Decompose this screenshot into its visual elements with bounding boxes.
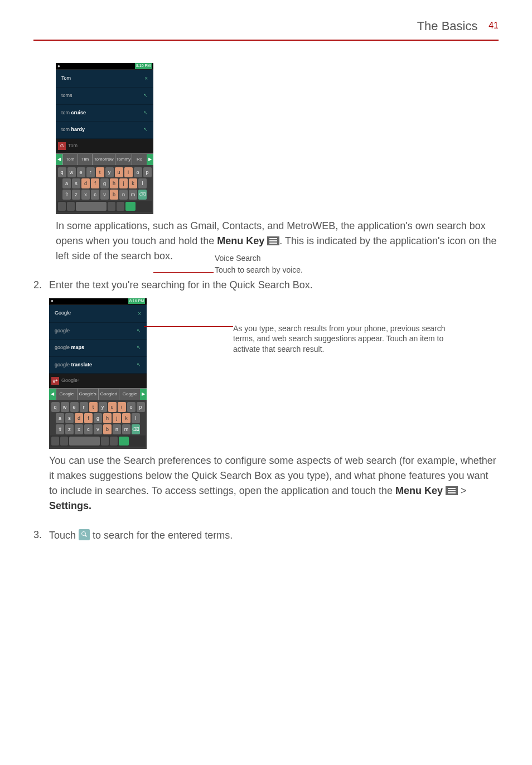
step-text: Enter the text you're searching for in t… <box>49 278 499 293</box>
voice-search-callout: Voice Search Touch to search by voice. <box>215 253 303 276</box>
backspace-key: ⌫ <box>132 424 140 434</box>
menu-key-icon <box>267 236 279 245</box>
status-left-icon: ● <box>51 298 54 304</box>
arrow-icon[interactable]: ↖ <box>143 126 148 134</box>
arrow-icon[interactable]: ↖ <box>143 92 148 100</box>
callout-line <box>153 272 214 273</box>
arrow-icon[interactable]: ↖ <box>137 344 141 352</box>
paragraph: You can use the Search preferences to co… <box>49 453 499 514</box>
suggestion-row[interactable]: google maps↖ <box>49 340 147 357</box>
lang-key[interactable] <box>58 202 66 211</box>
space-key[interactable] <box>76 202 107 211</box>
arrow-icon[interactable]: ↖ <box>137 361 141 369</box>
search-source-icon[interactable]: G <box>58 142 66 150</box>
prediction-bar[interactable]: ◀ Tom Tim Tomorrow Tommy Ro ▶ <box>56 153 153 165</box>
screenshot-google: ● 8:16 PM Google× google↖ google maps↖ g… <box>49 298 147 449</box>
callout-line <box>144 326 233 327</box>
suggestion-row[interactable]: Tom× <box>56 70 153 88</box>
prediction-bar[interactable]: ◀ Google Google's Googled Goggle ▶ <box>49 388 147 400</box>
close-icon[interactable]: × <box>138 309 141 318</box>
status-time: 8:16 PM <box>128 298 145 304</box>
step-text: Touch to search for the entered terms. <box>49 527 499 543</box>
backspace-key: ⌫ <box>138 190 147 200</box>
page-header: The Basics 41 <box>33 17 499 41</box>
period-key[interactable] <box>108 202 115 211</box>
voice-key[interactable] <box>110 437 118 446</box>
step-number: 3. <box>33 527 45 543</box>
page-number: 41 <box>489 21 499 30</box>
screenshot-tom: ● 8:16 PM Tom× toms↖ tom cruise↖ tom har… <box>56 63 153 214</box>
status-bar: ● 8:16 PM <box>49 298 147 305</box>
suggestion-row[interactable]: Google× <box>49 305 147 323</box>
sym-key[interactable] <box>60 437 68 446</box>
search-box[interactable]: g+ Google+ <box>49 374 147 388</box>
keyboard[interactable]: qwertyuiop asdfghjkl ⇧zxcvbnm⌫ <box>56 165 153 214</box>
search-key[interactable] <box>125 202 136 211</box>
lang-key[interactable] <box>51 437 59 446</box>
arrow-icon[interactable]: ↖ <box>143 109 148 117</box>
suggestion-row[interactable]: tom cruise↖ <box>56 105 153 122</box>
period-key[interactable] <box>101 437 109 446</box>
search-input[interactable]: Tom <box>68 142 151 150</box>
next-arrow-icon[interactable]: ▶ <box>147 154 153 165</box>
prev-arrow-icon[interactable]: ◀ <box>56 154 62 165</box>
search-key[interactable] <box>119 437 129 446</box>
step-number: 2. <box>33 278 45 514</box>
suggestion-row[interactable]: tom hardy↖ <box>56 122 153 139</box>
search-icon <box>79 529 90 540</box>
prev-arrow-icon[interactable]: ◀ <box>49 389 56 400</box>
sym-key[interactable] <box>67 202 75 211</box>
voice-key[interactable] <box>117 202 124 211</box>
section-title: The Basics <box>417 17 478 35</box>
space-key[interactable] <box>69 437 100 446</box>
status-left-icon: ● <box>57 63 60 70</box>
menu-key-icon <box>446 486 458 495</box>
keyboard[interactable]: qwertyuiop asdfghjkl ⇧zxcvbnm⌫ <box>49 400 147 449</box>
suggestion-row[interactable]: google↖ <box>49 323 147 340</box>
suggestion-row[interactable]: google translate↖ <box>49 357 147 374</box>
status-bar: ● 8:16 PM <box>56 63 153 70</box>
status-time: 8:16 PM <box>135 63 152 69</box>
next-arrow-icon[interactable]: ▶ <box>140 389 147 400</box>
close-icon[interactable]: × <box>144 74 148 83</box>
suggestion-row[interactable]: toms↖ <box>56 88 153 105</box>
shift-key: ⇧ <box>56 424 64 434</box>
arrow-icon[interactable]: ↖ <box>137 327 141 335</box>
search-source-icon[interactable]: g+ <box>51 377 59 385</box>
shift-key: ⇧ <box>62 190 71 200</box>
search-input[interactable]: Google+ <box>61 377 144 385</box>
annotation: As you type, search results from your ph… <box>233 323 467 355</box>
search-box[interactable]: G Tom <box>56 139 153 153</box>
